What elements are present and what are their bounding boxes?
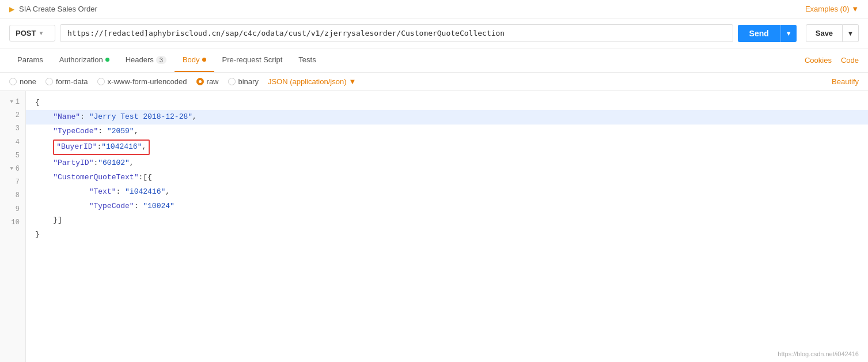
code-line-5: "PartyID":"60102", xyxy=(26,156,868,171)
line-numbers: ▼ 1 2 3 4 5 ▼ 6 7 8 9 10 xyxy=(0,91,26,362)
tab-params[interactable]: Params xyxy=(9,48,51,72)
code-content: { "Name": "Jerry Test 2018-12-28", "Type… xyxy=(26,91,868,362)
code-line-3: "TypeCode": "2059", xyxy=(26,125,868,139)
tabs-bar: Params Authorization Headers 3 Body Pre-… xyxy=(0,48,868,73)
code-line-4: "BuyerID":"1042416", xyxy=(26,138,868,156)
radio-none[interactable]: none xyxy=(9,77,36,86)
send-button[interactable]: Send xyxy=(738,25,780,42)
radio-raw[interactable]: raw xyxy=(196,77,219,86)
tab-pre-request[interactable]: Pre-request Script xyxy=(214,48,291,72)
radio-form-data-circle xyxy=(46,78,53,85)
headers-badge: 3 xyxy=(156,56,166,64)
method-chevron-icon: ▼ xyxy=(38,30,44,36)
beautify-button[interactable]: Beautify xyxy=(832,77,859,86)
line-num-9: 9 xyxy=(0,203,25,216)
send-btn-group: Send ▼ xyxy=(738,25,797,42)
radio-binary-circle xyxy=(228,78,236,85)
line-num-10: 10 xyxy=(0,216,25,229)
top-bar-left: ▶ SIA Create Sales Order xyxy=(9,5,97,13)
examples-link[interactable]: Examples (0) ▼ xyxy=(805,5,859,13)
arrow-icon: ▶ xyxy=(9,5,14,13)
radio-none-circle xyxy=(9,78,17,85)
line-num-3: 3 xyxy=(0,122,25,135)
tabs-right: Cookies Code xyxy=(805,56,859,65)
radio-urlencoded-circle xyxy=(97,78,105,85)
cookies-link[interactable]: Cookies xyxy=(805,56,832,65)
radio-form-data[interactable]: form-data xyxy=(46,77,88,86)
save-dropdown-button[interactable]: ▼ xyxy=(843,24,859,42)
line-num-1: ▼ 1 xyxy=(0,96,25,109)
url-input[interactable] xyxy=(60,24,733,42)
radio-raw-circle xyxy=(196,78,204,85)
method-label: POST xyxy=(16,29,36,37)
line-num-7: 7 xyxy=(0,176,25,189)
radio-urlencoded[interactable]: x-www-form-urlencoded xyxy=(97,77,187,86)
request-title: SIA Create Sales Order xyxy=(19,5,97,13)
tabs-left: Params Authorization Headers 3 Body Pre-… xyxy=(9,48,324,72)
code-line-7: "Text": "i042416", xyxy=(26,185,868,199)
code-line-8: "TypeCode": "10024" xyxy=(26,199,868,214)
body-options-left: none form-data x-www-form-urlencoded raw… xyxy=(9,77,356,86)
send-dropdown-button[interactable]: ▼ xyxy=(780,25,797,42)
tab-authorization[interactable]: Authorization xyxy=(51,48,117,72)
body-options-bar: none form-data x-www-form-urlencoded raw… xyxy=(0,73,868,91)
fold-arrow-6[interactable]: ▼ xyxy=(10,165,13,173)
save-btn-group: Save ▼ xyxy=(806,24,859,42)
watermark: https://blog.csdn.net/i042416 xyxy=(778,350,859,357)
code-link[interactable]: Code xyxy=(841,56,859,65)
line-num-5: 5 xyxy=(0,149,25,163)
authorization-dot xyxy=(105,58,109,62)
line-num-8: 8 xyxy=(0,189,25,202)
tab-body[interactable]: Body xyxy=(175,48,214,72)
fold-arrow-1[interactable]: ▼ xyxy=(10,98,13,106)
line-num-2: 2 xyxy=(0,109,25,122)
code-line-6: "CustomerQuoteText":[{ xyxy=(26,171,868,185)
tab-tests[interactable]: Tests xyxy=(290,48,324,72)
json-type-chevron-icon: ▼ xyxy=(348,77,356,86)
code-line-2: "Name": "Jerry Test 2018-12-28", xyxy=(26,110,868,125)
top-bar: ▶ SIA Create Sales Order Examples (0) ▼ xyxy=(0,0,868,18)
code-line-9: }] xyxy=(26,213,868,228)
json-type-selector[interactable]: JSON (application/json) ▼ xyxy=(268,77,356,86)
method-select[interactable]: POST ▼ xyxy=(9,25,55,42)
line-num-4: 4 xyxy=(0,136,25,149)
buyer-id-highlight: "BuyerID":"1042416", xyxy=(53,139,150,155)
code-line-10: } xyxy=(26,228,868,242)
url-bar: POST ▼ Send ▼ Save ▼ xyxy=(0,18,868,48)
radio-binary[interactable]: binary xyxy=(228,77,259,86)
body-dot xyxy=(202,58,206,62)
app-container: ▶ SIA Create Sales Order Examples (0) ▼ … xyxy=(0,0,868,362)
code-line-1: { xyxy=(26,96,868,110)
code-editor: ▼ 1 2 3 4 5 ▼ 6 7 8 9 10 { "Name": "Jerr… xyxy=(0,91,868,362)
save-button[interactable]: Save xyxy=(806,24,843,42)
tab-headers[interactable]: Headers 3 xyxy=(117,48,175,72)
line-num-6: ▼ 6 xyxy=(0,163,25,176)
